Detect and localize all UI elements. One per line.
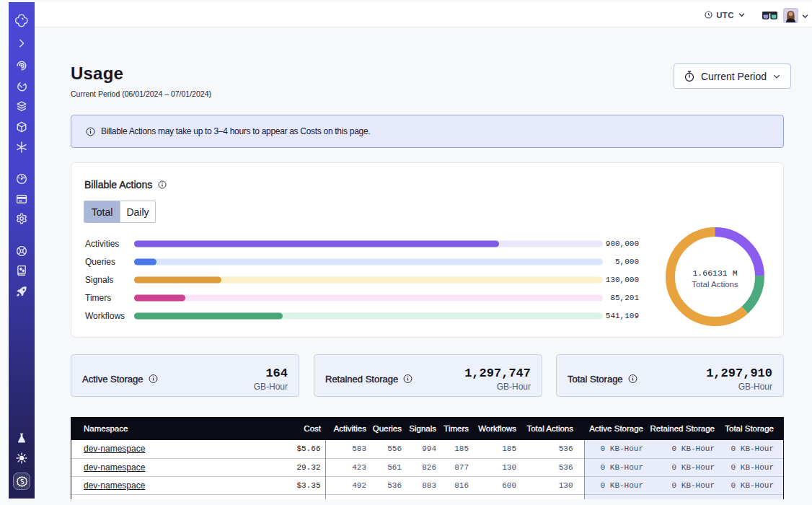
svg-text:Total Actions: Total Actions	[692, 280, 738, 289]
svg-text:1.66131 M: 1.66131 M	[692, 268, 737, 278]
